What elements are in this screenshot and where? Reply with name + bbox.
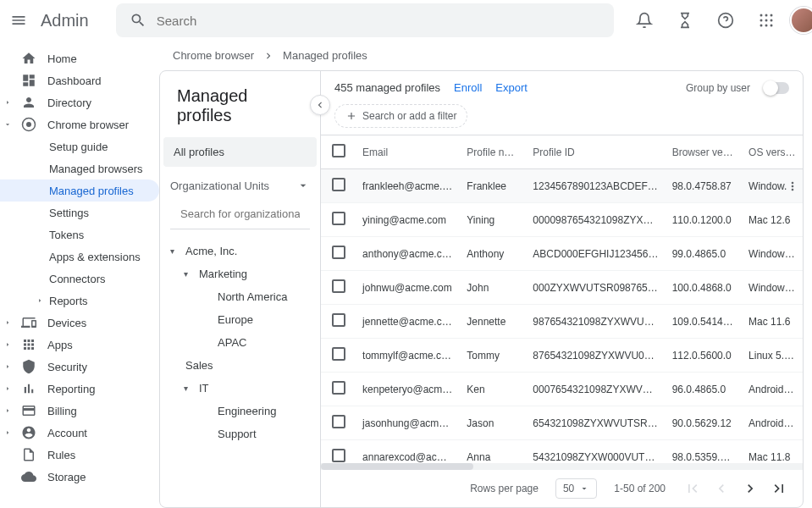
table-row[interactable]: jasonhung@acme.comJason654321098ZYXWVUTS… [321,406,803,440]
col-header-profile-name[interactable]: Profile name [460,135,526,169]
ou-node[interactable]: North America [160,285,320,308]
cell-browser-version: 112.0.5600.0 [666,339,742,373]
apps-launcher-button[interactable] [749,3,783,37]
row-checkbox[interactable] [332,449,345,462]
rows-per-page-select[interactable]: 50 [555,478,597,499]
ou-label: Marketing [199,268,247,280]
nav-item-dashboard[interactable]: Dashboard [0,69,159,91]
nav-item-settings[interactable]: Settings [0,202,159,224]
nav-label: Chrome browser [47,119,129,131]
table-row[interactable]: yining@acme.comYining0000987654321098ZYX… [321,203,803,237]
col-header-email[interactable]: Email [356,135,460,169]
row-checkbox[interactable] [332,279,345,293]
last-page-button[interactable] [769,478,789,499]
ou-node[interactable]: Support [160,422,320,445]
ou-node[interactable]: Sales [160,354,320,377]
table-row[interactable]: kenpeteryo@acme.comKen0007654321098ZYXWV… [321,373,803,406]
cell-profile-name: Jason [460,406,526,440]
nav-item-apps[interactable]: Apps [0,334,159,356]
table-row[interactable]: johnwu@acme.comJohn000ZYXWVUTSR098765432… [321,271,803,305]
nav-item-connectors[interactable]: Connectors [0,268,159,290]
ou-section-header[interactable]: Organizational Units [160,172,320,199]
ou-search-input[interactable] [170,199,310,229]
breadcrumb-parent[interactable]: Chrome browser [173,49,254,62]
row-checkbox[interactable] [332,381,345,395]
nav-item-billing[interactable]: Billing [0,400,159,422]
row-checkbox[interactable] [332,212,345,225]
first-page-button[interactable] [682,478,703,499]
nav-item-chrome-browser[interactable]: Chrome browser [0,113,159,135]
nav-item-reports[interactable]: Reports [0,290,159,312]
nav-item-managed-browsers[interactable]: Managed browsers [0,157,159,179]
nav-item-home[interactable]: Home [0,47,159,69]
cell-email: anthony@acme.com [356,237,460,271]
hamburger-menu-button[interactable] [10,3,27,37]
user-avatar[interactable] [790,7,812,34]
ou-node[interactable]: APAC [160,331,320,354]
enroll-link[interactable]: Enroll [454,81,482,94]
table-row[interactable]: annarexcod@acme.comAnna54321098ZYXW000VU… [321,440,803,464]
scrollbar-thumb[interactable] [321,463,473,470]
app-header: Admin [0,0,812,41]
filter-all-profiles[interactable]: All profiles [163,137,317,167]
table-toolbar: 455 managed profiles Enroll Export Group… [321,71,803,104]
nav-item-security[interactable]: Security [0,356,159,378]
table-row[interactable]: jennette@acme.comJennette987654321098ZYX… [321,305,803,339]
cell-browser-version: 110.0.1200.0 [666,203,742,237]
prev-page-button[interactable] [711,478,732,499]
ou-node[interactable]: ▾Marketing [160,262,320,285]
nav-label: Security [47,361,87,373]
table-row[interactable]: tommylf@acme.comTommy87654321098ZYXWVU00… [321,339,803,373]
row-checkbox[interactable] [332,246,345,259]
nav-label: Apps & extensions [49,251,141,263]
tasks-button[interactable] [668,3,702,37]
svg-point-8 [770,19,772,22]
nav-label: Tokens [49,229,84,241]
select-all-checkbox[interactable] [332,144,345,157]
cell-profile-name: Anna [460,440,526,464]
table-row[interactable]: frankleeh@acme.comFranklee1234567890123A… [321,169,803,203]
nav-label: Directory [47,97,91,109]
row-checkbox[interactable] [332,415,345,428]
nav-label: Devices [47,317,86,329]
table-scroll-area[interactable]: Email Profile name Profile ID Browser ve… [321,135,803,463]
ou-tree: ▾Acme, Inc.▾MarketingNorth AmericaEurope… [160,229,320,456]
nav-label: Managed profiles [49,185,134,197]
nav-item-directory[interactable]: Directory [0,91,159,113]
row-checkbox[interactable] [332,347,345,361]
help-button[interactable] [709,3,743,37]
cell-profile-id: 0007654321098ZYXWVUTSRQPO [526,373,665,406]
nav-item-rules[interactable]: Rules [0,444,159,466]
nav-item-account[interactable]: Account [0,422,159,444]
nav-item-tokens[interactable]: Tokens [0,224,159,246]
ou-node[interactable]: ▾Acme, Inc. [160,240,320,262]
notifications-button[interactable] [627,3,661,37]
collapse-panel-button[interactable] [310,95,330,115]
cell-browser-version: 90.0.5629.12 [666,406,742,440]
export-link[interactable]: Export [495,81,528,94]
nav-item-devices[interactable]: Devices [0,312,159,334]
nav-item-apps-extensions[interactable]: Apps & extensions [0,246,159,268]
ou-node[interactable]: Engineering [160,400,320,422]
chrome-icon [20,116,37,133]
add-filter-chip[interactable]: Search or add a filter [334,104,467,128]
devices-icon [20,314,37,331]
row-checkbox[interactable] [332,178,345,191]
group-by-toggle[interactable] [764,82,789,94]
nav-item-managed-profiles[interactable]: Managed profiles [0,179,159,202]
col-header-browser-version[interactable]: Browser version [666,135,742,169]
global-search[interactable] [116,3,614,37]
row-checkbox[interactable] [332,313,345,327]
col-header-os-version[interactable]: OS version [742,135,803,169]
col-header-profile-id[interactable]: Profile ID [526,135,665,169]
next-page-button[interactable] [740,478,760,499]
table-row[interactable]: anthony@acme.comAnthonyABCD000EFGHIJ1234… [321,237,803,271]
nav-item-reporting[interactable]: Reporting [0,378,159,400]
nav-item-setup-guide[interactable]: Setup guide [0,135,159,157]
nav-item-storage[interactable]: Storage [0,466,159,488]
horizontal-scrollbar[interactable] [321,463,803,470]
ou-node[interactable]: ▾IT [160,377,320,400]
ou-node[interactable]: Europe [160,308,320,331]
row-menu-button[interactable] [786,179,799,193]
global-search-input[interactable] [157,14,600,28]
